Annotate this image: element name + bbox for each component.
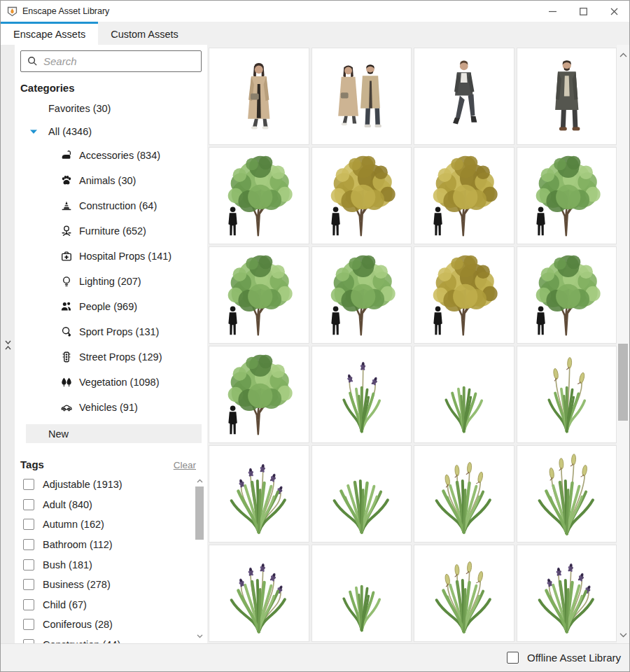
tree-illustration (517, 148, 617, 244)
tag-item-bush[interactable]: Bush (181) (15, 554, 207, 575)
asset-thumbnail-plant-iris-flowers[interactable] (209, 445, 309, 542)
new-category-button[interactable]: New (26, 424, 202, 443)
scroll-up-icon[interactable] (195, 477, 204, 485)
tag-checkbox[interactable] (23, 579, 34, 590)
asset-thumbnail-plant-iris-buds[interactable] (414, 445, 514, 542)
scroll-down-icon[interactable] (617, 629, 629, 640)
tag-label: Child (67) (43, 599, 87, 610)
asset-thumbnail-plant-grass[interactable] (312, 445, 412, 542)
offline-library-checkbox[interactable] (507, 652, 519, 664)
tags-scrollbar[interactable] (195, 477, 204, 640)
tag-checkbox[interactable] (23, 599, 34, 610)
asset-thumbnail-tree-green[interactable] (517, 246, 617, 344)
tree-illustration (209, 247, 309, 343)
person-illustration (414, 48, 514, 144)
paddle-icon (59, 325, 74, 339)
minimize-button[interactable] (537, 1, 568, 22)
category-all[interactable]: All (4346) (15, 120, 207, 143)
tag-checkbox[interactable] (23, 519, 34, 530)
category-item-street[interactable]: Street Props (129) (15, 344, 207, 370)
category-item-furniture[interactable]: Furniture (652) (15, 218, 207, 244)
category-item-label: People (969) (79, 301, 137, 312)
tree-illustration (209, 346, 309, 442)
plant-illustration (414, 446, 514, 542)
tag-item-coniferous[interactable]: Coniferous (28) (15, 615, 207, 635)
close-button[interactable] (598, 1, 629, 22)
asset-thumbnail-tree-autumn[interactable] (414, 147, 514, 244)
tags-scrollbar-thumb[interactable] (195, 486, 204, 540)
category-item-sport[interactable]: Sport Props (131) (15, 319, 207, 344)
asset-thumbnail-plant-iris-buds-tall[interactable] (517, 445, 617, 542)
tag-label: Bathroom (112) (43, 539, 113, 550)
asset-thumbnail-person-couple[interactable] (312, 48, 412, 145)
tab-custom-assets[interactable]: Custom Assets (98, 22, 191, 45)
tag-item-business[interactable]: Business (278) (15, 575, 207, 595)
search-input[interactable] (43, 55, 201, 67)
asset-library-window: Enscape Asset Library Enscape Assets Cus… (0, 0, 630, 672)
tag-item-autumn[interactable]: Autumn (162) (15, 514, 207, 535)
category-list: Accessories (834)Animals (30)Constructio… (15, 143, 207, 420)
asset-thumbnail-tree-green[interactable] (209, 346, 309, 443)
category-item-label: Construction (64) (79, 200, 157, 211)
tag-checkbox[interactable] (23, 559, 34, 570)
asset-thumbnail-person-woman[interactable] (209, 48, 309, 145)
grid-scrollbar[interactable] (617, 45, 629, 643)
maximize-button[interactable] (568, 1, 598, 22)
category-item-vehicles[interactable]: Vehicles (91) (15, 395, 207, 420)
footer-bar: Offline Asset Library (1, 643, 629, 671)
asset-thumbnail-plant-iris-buds[interactable] (414, 545, 514, 642)
tree-illustration (312, 148, 412, 244)
sidebar: Categories Favorites (30) All (4346) Acc… (15, 45, 207, 643)
tag-item-adult[interactable]: Adult (840) (15, 495, 207, 515)
sidebar-collapse-handle[interactable] (3, 337, 13, 353)
asset-thumbnail-plant-iris-flowers[interactable] (209, 545, 309, 642)
category-item-hospital[interactable]: Hospital Props (141) (15, 244, 207, 269)
tag-label: Adult (840) (43, 499, 92, 510)
asset-thumbnail-plant-iris-flowers-single[interactable] (312, 346, 412, 443)
category-item-accessories[interactable]: Accessories (834) (15, 143, 207, 168)
plant-illustration (517, 545, 617, 641)
category-item-people[interactable]: People (969) (15, 294, 207, 319)
tag-checkbox[interactable] (23, 479, 34, 490)
asset-thumbnail-tree-green[interactable] (209, 147, 309, 244)
grid-scrollbar-thumb[interactable] (618, 344, 628, 421)
asset-thumbnail-tree-autumn[interactable] (414, 246, 514, 344)
asset-thumbnail-tree-green[interactable] (517, 147, 617, 244)
category-item-construction[interactable]: Construction (64) (15, 193, 207, 218)
search-box[interactable] (20, 50, 202, 72)
scroll-down-icon[interactable] (195, 632, 204, 640)
scroll-up-icon[interactable] (617, 49, 629, 60)
asset-thumbnail-plant-iris-buds-single[interactable] (517, 346, 617, 443)
asset-thumbnail-plant-iris-flowers[interactable] (517, 545, 617, 642)
category-item-animals[interactable]: Animals (30) (15, 168, 207, 193)
asset-thumbnail-plant-grass-small[interactable] (414, 346, 514, 443)
plant-illustration (517, 446, 617, 542)
tag-item-adjustable[interactable]: Adjustable (1913) (15, 475, 207, 495)
tree-illustration (312, 247, 412, 343)
tag-checkbox[interactable] (23, 499, 34, 510)
tags-clear-link[interactable]: Clear (174, 460, 196, 470)
asset-thumbnail-tree-green[interactable] (209, 246, 309, 344)
sidebar-collapse-strip (1, 45, 15, 643)
expander-icon[interactable] (30, 129, 48, 134)
paw-icon (59, 174, 74, 188)
cone-icon (59, 199, 74, 213)
category-item-vegetation[interactable]: Vegetation (1098) (15, 370, 207, 395)
tag-item-construction[interactable]: Construction (44) (15, 635, 207, 643)
tag-checkbox[interactable] (23, 539, 34, 550)
tag-item-bathroom[interactable]: Bathroom (112) (15, 535, 207, 555)
category-favorites[interactable]: Favorites (30) (15, 97, 207, 120)
asset-thumbnail-person-man-standing[interactable] (517, 48, 617, 145)
tag-item-child[interactable]: Child (67) (15, 595, 207, 615)
asset-thumbnail-tree-green[interactable] (312, 246, 412, 344)
tag-checkbox[interactable] (23, 619, 34, 630)
tab-enscape-assets[interactable]: Enscape Assets (1, 22, 98, 45)
car-icon (59, 400, 74, 414)
asset-thumbnail-plant-grass-small[interactable] (312, 545, 412, 642)
category-item-lighting[interactable]: Lighting (207) (15, 269, 207, 294)
asset-thumbnail-tree-autumn[interactable] (312, 147, 412, 244)
person-illustration (312, 48, 412, 144)
asset-thumbnail-person-man-walking[interactable] (414, 48, 514, 145)
tag-checkbox[interactable] (23, 639, 34, 643)
tag-label: Bush (181) (43, 559, 92, 570)
